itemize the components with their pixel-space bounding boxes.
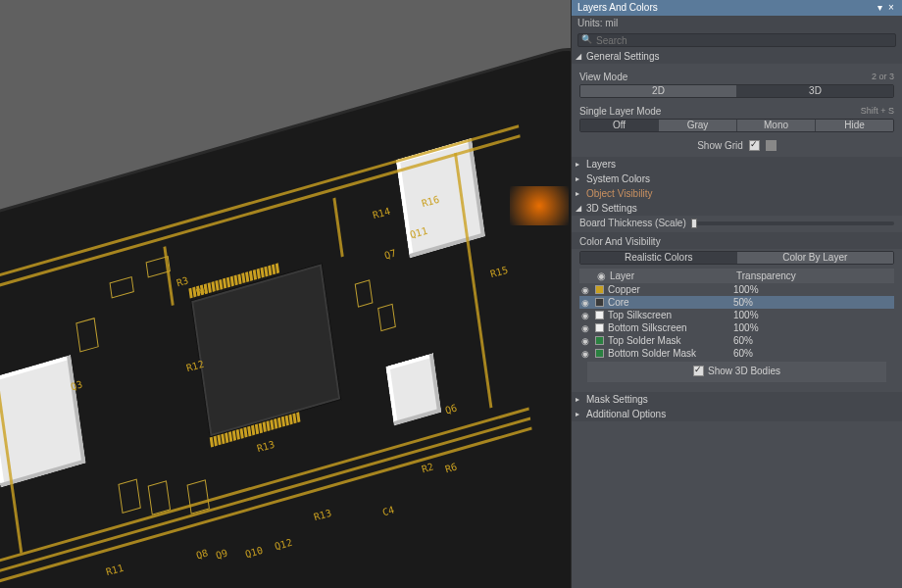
single-layer-segmented[interactable]: OffGrayMonoHide xyxy=(579,119,894,132)
layer-row[interactable]: ◉Top Solder Mask60% xyxy=(579,334,894,347)
show-grid-checkbox[interactable] xyxy=(749,140,760,151)
pin-icon[interactable]: ▾ xyxy=(875,0,884,16)
show-3d-bodies-row: Show 3D Bodies xyxy=(587,362,886,382)
show-3d-bodies-label: Show 3D Bodies xyxy=(708,366,780,376)
layer-row[interactable]: ◉Core50% xyxy=(579,296,894,309)
caret-right-icon: ▸ xyxy=(576,189,583,198)
color-visibility-header: Color And Visibility xyxy=(572,232,902,249)
layer-color-swatch[interactable] xyxy=(595,285,604,294)
caret-right-icon: ▸ xyxy=(576,174,583,183)
show-grid-label: Show Grid xyxy=(697,140,743,151)
visibility-eye-icon[interactable]: ◉ xyxy=(579,336,591,346)
view-mode-option-3d[interactable]: 3D xyxy=(737,85,893,97)
color-visibility-tabs[interactable]: Realistic ColorsColor By Layer xyxy=(579,251,894,265)
visibility-eye-icon[interactable]: ◉ xyxy=(579,311,591,320)
board-thickness-row: Board Thickness (Scale) xyxy=(572,216,902,230)
caret-down-icon: ◢ xyxy=(576,52,583,61)
general-settings-body: View Mode 2 or 3 2D3D Single Layer Mode … xyxy=(572,64,902,157)
layer-transparency: 60% xyxy=(733,348,894,359)
show-3d-bodies-checkbox[interactable] xyxy=(693,366,704,376)
smd xyxy=(377,304,396,331)
layer-name: Top Silkscreen xyxy=(608,310,733,320)
layer-row[interactable]: ◉Bottom Solder Mask60% xyxy=(579,347,894,360)
view-mode-segmented[interactable]: 2D3D xyxy=(579,84,894,98)
caret-down-icon: ◢ xyxy=(576,204,583,213)
layer-transparency: 100% xyxy=(733,284,894,295)
cav-tab-color by layer[interactable]: Color By Layer xyxy=(737,252,894,264)
layer-transparency: 100% xyxy=(733,322,894,333)
pcb-scene: R16R14Q11Q7R3R4R13R12Q3R15R2R6Q12R13C4R1… xyxy=(0,0,571,588)
section-mask-settings[interactable]: ▸ Mask Settings xyxy=(572,392,902,407)
section-general-settings[interactable]: ◢ General Settings xyxy=(572,49,902,64)
units-row: Units: mil xyxy=(572,16,902,31)
layer-transparency: 100% xyxy=(733,310,894,320)
close-icon[interactable]: × xyxy=(886,0,896,16)
caret-right-icon: ▸ xyxy=(576,160,583,169)
section-additional-options[interactable]: ▸ Additional Options xyxy=(572,407,902,421)
layer-name: Bottom Solder Mask xyxy=(608,348,733,359)
board-thickness-label: Board Thickness (Scale) xyxy=(579,218,687,228)
layer-color-swatch[interactable] xyxy=(595,298,604,307)
visibility-eye-icon[interactable]: ◉ xyxy=(579,298,591,308)
highlight-glow xyxy=(510,186,569,225)
section-object-visibility[interactable]: ▸ Object Visibility xyxy=(572,186,902,201)
smd xyxy=(75,318,98,353)
connector-small xyxy=(386,353,441,425)
cav-tab-realistic colors[interactable]: Realistic Colors xyxy=(580,252,737,264)
layer-table: ◉Layer Transparency ◉Copper100%◉Core50%◉… xyxy=(572,269,902,392)
pcb-board xyxy=(0,42,571,588)
single-layer-hint: Shift + S xyxy=(861,106,894,117)
layer-color-swatch[interactable] xyxy=(595,311,604,319)
board-thickness-slider[interactable] xyxy=(691,221,894,225)
layers-colors-panel: Layers And Colors ▾ × Units: mil 🔍 ◢ Gen… xyxy=(571,0,902,588)
view-mode-hint: 2 or 3 xyxy=(872,72,894,82)
layer-row[interactable]: ◉Copper100% xyxy=(579,283,894,296)
layer-name: Top Solder Mask xyxy=(608,335,733,346)
single-layer-label: Single Layer Mode xyxy=(579,106,661,117)
connector-left xyxy=(0,355,85,487)
view-mode-label: View Mode xyxy=(579,72,627,82)
pcb-3d-viewport[interactable]: R16R14Q11Q7R3R4R13R12Q3R15R2R6Q12R13C4R1… xyxy=(0,0,571,588)
search-input[interactable] xyxy=(577,33,896,47)
layer-color-swatch[interactable] xyxy=(595,323,604,332)
visibility-eye-icon[interactable]: ◉ xyxy=(579,323,591,333)
layer-name: Bottom Silkscreen xyxy=(608,322,733,333)
single-layer-option-off[interactable]: Off xyxy=(580,120,659,131)
grid-color-swatch[interactable] xyxy=(766,140,777,151)
caret-right-icon: ▸ xyxy=(576,410,583,418)
layer-color-swatch[interactable] xyxy=(595,336,604,345)
panel-titlebar[interactable]: Layers And Colors ▾ × xyxy=(572,0,902,16)
layer-row[interactable]: ◉Top Silkscreen100% xyxy=(579,309,894,321)
layer-table-header: ◉Layer Transparency xyxy=(579,269,894,283)
layer-transparency: 50% xyxy=(733,297,894,308)
smd xyxy=(355,279,374,307)
eye-icon: ◉ xyxy=(597,270,606,281)
layer-row[interactable]: ◉Bottom Silkscreen100% xyxy=(579,321,894,334)
caret-right-icon: ▸ xyxy=(576,395,583,404)
section-3d-settings[interactable]: ◢ 3D Settings xyxy=(572,201,902,216)
smd xyxy=(118,479,140,514)
smd xyxy=(110,276,134,299)
visibility-eye-icon[interactable]: ◉ xyxy=(579,285,591,295)
section-layers[interactable]: ▸ Layers xyxy=(572,157,902,172)
layer-color-swatch[interactable] xyxy=(595,349,604,358)
section-system-colors[interactable]: ▸ System Colors xyxy=(572,172,902,186)
layer-name: Core xyxy=(608,297,733,308)
search-row: 🔍 xyxy=(572,31,902,49)
single-layer-option-hide[interactable]: Hide xyxy=(816,120,893,131)
single-layer-option-mono[interactable]: Mono xyxy=(737,120,816,131)
panel-title-text: Layers And Colors xyxy=(577,0,658,16)
visibility-eye-icon[interactable]: ◉ xyxy=(579,349,591,359)
search-icon: 🔍 xyxy=(581,34,592,44)
view-mode-option-2d[interactable]: 2D xyxy=(580,85,737,97)
layer-transparency: 60% xyxy=(733,335,894,346)
layer-name: Copper xyxy=(608,284,733,295)
single-layer-option-gray[interactable]: Gray xyxy=(659,120,737,131)
